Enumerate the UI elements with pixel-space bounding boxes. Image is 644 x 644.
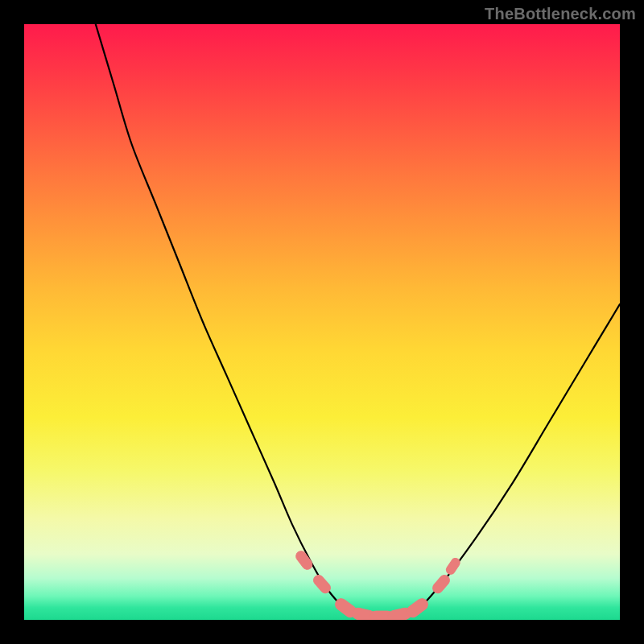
bump-marker <box>431 573 452 595</box>
chart-frame: TheBottleneck.com <box>0 0 644 644</box>
watermark-text: TheBottleneck.com <box>485 5 636 23</box>
bump-marker <box>294 549 314 572</box>
chart-plot-area <box>24 24 620 620</box>
bump-marker <box>444 556 461 576</box>
bump-marker <box>312 573 332 595</box>
highlight-bumps <box>24 24 620 620</box>
